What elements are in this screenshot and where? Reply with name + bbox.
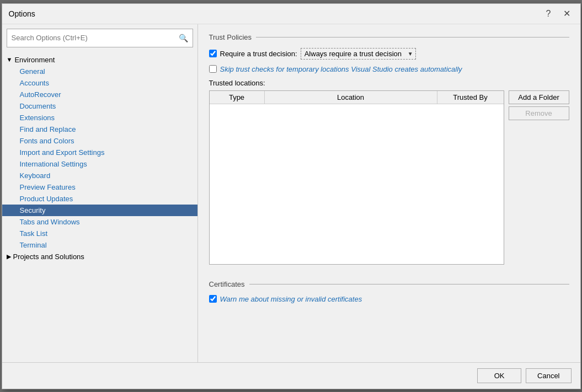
col-type: Type xyxy=(210,91,265,104)
sidebar-item-preview[interactable]: Preview Features xyxy=(2,181,197,193)
dialog-body: 🔍 ▼ EnvironmentGeneralAccountsAutoRecove… xyxy=(2,24,580,362)
tree: ▼ EnvironmentGeneralAccountsAutoRecoverD… xyxy=(2,52,197,362)
col-location: Location xyxy=(265,91,437,104)
sidebar-item-accounts[interactable]: Accounts xyxy=(2,77,197,89)
sidebar-item-international[interactable]: International Settings xyxy=(2,158,197,170)
sidebar-item-label: Import and Export Settings xyxy=(20,148,105,157)
sidebar-item-label: Terminal xyxy=(20,241,47,249)
trusted-locations-label: Trusted locations: xyxy=(209,79,569,87)
dialog-footer: OK Cancel xyxy=(2,362,580,389)
certificates-line xyxy=(249,284,569,284)
trust-policies-title: Trust Policies xyxy=(209,33,252,41)
sidebar-item-label: Task List xyxy=(20,229,48,238)
right-panel: Trust Policies Require a trust decision:… xyxy=(198,24,580,362)
sidebar-item-product-updates[interactable]: Product Updates xyxy=(2,193,197,205)
collapse-icon: ▼ xyxy=(7,56,13,63)
search-input[interactable] xyxy=(12,34,179,42)
sidebar-item-label: Fonts and Colors xyxy=(20,137,74,145)
sidebar-item-label: Accounts xyxy=(20,79,49,87)
warn-certificates-checkbox[interactable] xyxy=(209,295,217,303)
expand-icon: ▶ xyxy=(7,253,11,260)
sidebar-item-label: Projects and Solutions xyxy=(13,253,84,261)
skip-trust-row: Skip trust checks for temporary location… xyxy=(209,65,569,73)
help-button[interactable]: ? xyxy=(543,8,554,19)
sidebar-item-documents[interactable]: Documents xyxy=(2,100,197,112)
ok-button[interactable]: OK xyxy=(477,368,521,383)
search-icon[interactable]: 🔍 xyxy=(179,34,188,42)
options-dialog: Options ? ✕ 🔍 ▼ EnvironmentGeneralAccoun… xyxy=(2,3,581,389)
sidebar-item-label: Documents xyxy=(20,102,56,110)
dialog-title: Options xyxy=(9,9,35,18)
col-trusted-by: Trusted By xyxy=(437,91,504,104)
warn-certificates-label[interactable]: Warn me about missing or invalid certifi… xyxy=(209,295,362,303)
require-trust-checkbox[interactable] xyxy=(209,50,217,57)
sidebar-item-label: Environment xyxy=(14,56,55,64)
sidebar-item-fonts-colors[interactable]: Fonts and Colors xyxy=(2,135,197,147)
sidebar-item-autorecover[interactable]: AutoRecover xyxy=(2,89,197,100)
trust-dropdown-wrapper[interactable]: Always require a trust decision Never re… xyxy=(301,48,416,60)
trust-dropdown[interactable]: Always require a trust decision Never re… xyxy=(301,49,415,59)
skip-trust-label[interactable]: Skip trust checks for temporary location… xyxy=(209,65,462,73)
sidebar-item-projects[interactable]: ▶ Projects and Solutions xyxy=(2,251,197,262)
sidebar-item-label: General xyxy=(20,67,45,76)
require-trust-row: Require a trust decision: Always require… xyxy=(209,48,569,60)
sidebar-item-tabs-windows[interactable]: Tabs and Windows xyxy=(2,216,197,228)
skip-trust-checkbox[interactable] xyxy=(209,65,217,73)
sidebar-item-label: Product Updates xyxy=(20,195,73,203)
sidebar-item-security[interactable]: Security xyxy=(2,205,197,216)
require-trust-label[interactable]: Require a trust decision: xyxy=(209,50,297,58)
require-trust-text: Require a trust decision: xyxy=(220,50,297,58)
sidebar-item-terminal[interactable]: Terminal xyxy=(2,239,197,251)
sidebar-item-label: Find and Replace xyxy=(20,125,76,133)
trust-policies-line xyxy=(256,37,569,37)
title-bar: Options ? ✕ xyxy=(2,4,580,24)
sidebar-item-task-list[interactable]: Task List xyxy=(2,228,197,239)
trust-policies-header: Trust Policies xyxy=(209,33,569,41)
sidebar-item-label: AutoRecover xyxy=(20,90,61,99)
skip-trust-text: Skip trust checks for temporary location… xyxy=(220,65,462,73)
table-body xyxy=(210,104,504,264)
close-button[interactable]: ✕ xyxy=(560,8,574,19)
trusted-locations-table: Type Location Trusted By xyxy=(209,90,504,265)
sidebar-item-label: Extensions xyxy=(20,114,55,122)
add-folder-button[interactable]: Add a Folder xyxy=(509,90,569,104)
trusted-table-area: Type Location Trusted By xyxy=(209,90,504,272)
remove-button[interactable]: Remove xyxy=(509,106,569,120)
cancel-button[interactable]: Cancel xyxy=(526,368,571,383)
sidebar-item-label: Preview Features xyxy=(20,183,76,191)
sidebar-item-label: Security xyxy=(20,206,46,214)
sidebar-item-import-export[interactable]: Import and Export Settings xyxy=(2,147,197,158)
sidebar-item-extensions[interactable]: Extensions xyxy=(2,112,197,123)
table-header: Type Location Trusted By xyxy=(210,91,504,104)
trusted-area: Type Location Trusted By Add a Folder Re… xyxy=(209,90,569,272)
sidebar-item-keyboard[interactable]: Keyboard xyxy=(2,170,197,181)
certificates-title: Certificates xyxy=(209,280,245,288)
warn-certificates-row: Warn me about missing or invalid certifi… xyxy=(209,295,569,303)
sidebar-item-general[interactable]: General xyxy=(2,66,197,77)
certificates-header: Certificates xyxy=(209,280,569,288)
search-box[interactable]: 🔍 xyxy=(7,29,193,47)
sidebar-item-label: Keyboard xyxy=(20,171,51,180)
sidebar-item-find-replace[interactable]: Find and Replace xyxy=(2,123,197,135)
title-bar-controls: ? ✕ xyxy=(543,8,574,19)
sidebar-item-environment[interactable]: ▼ Environment xyxy=(2,54,197,66)
sidebar-item-label: International Settings xyxy=(20,160,87,168)
left-panel: 🔍 ▼ EnvironmentGeneralAccountsAutoRecove… xyxy=(2,24,198,362)
sidebar-item-label: Tabs and Windows xyxy=(20,218,80,226)
side-buttons: Add a Folder Remove xyxy=(509,90,569,272)
warn-certificates-text: Warn me about missing or invalid certifi… xyxy=(220,295,362,303)
